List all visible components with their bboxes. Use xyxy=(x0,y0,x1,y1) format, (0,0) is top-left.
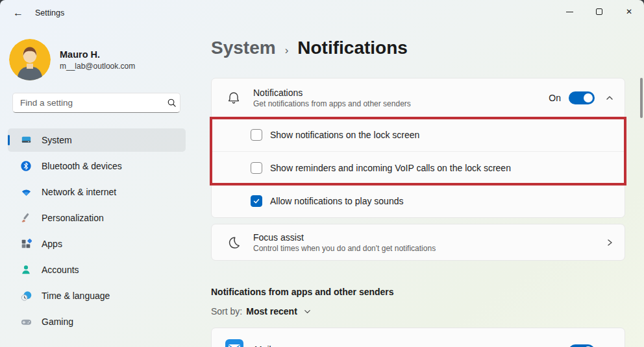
lock-screen-notifications-checkbox[interactable] xyxy=(251,129,262,141)
user-email: m__lab@outlook.com xyxy=(60,62,135,71)
mail-app-name: Mail xyxy=(254,344,271,347)
chevron-up-icon[interactable] xyxy=(605,93,614,102)
apps-section-heading: Notifications from apps and other sender… xyxy=(211,287,394,297)
lock-screen-notifications-row[interactable]: Show notifications on the lock screen xyxy=(212,118,625,151)
maximize-icon xyxy=(596,8,602,15)
apps-grid-icon xyxy=(19,237,32,250)
chevron-right-icon xyxy=(605,238,614,247)
breadcrumb-system[interactable]: System xyxy=(211,38,276,58)
sidebar-item-personalization[interactable]: Personalization xyxy=(8,206,186,230)
close-icon: ✕ xyxy=(626,7,632,16)
user-name: Mauro H. xyxy=(60,49,135,60)
focus-assist-subtitle: Control times when you do and don't get … xyxy=(253,244,436,253)
minimize-icon xyxy=(566,12,573,12)
sidebar-item-accounts[interactable]: Accounts xyxy=(8,258,186,281)
sidebar-item-label: Apps xyxy=(42,239,62,249)
breadcrumb-separator-icon: › xyxy=(285,44,289,57)
sidebar-item-label: Network & internet xyxy=(42,187,116,197)
search-input[interactable] xyxy=(13,98,163,108)
back-button[interactable]: ← xyxy=(8,4,29,22)
window-title: Settings xyxy=(35,8,64,18)
scrollbar-thumb[interactable] xyxy=(640,78,643,118)
sidebar: Mauro H. m__lab@outlook.com System Blu xyxy=(0,26,195,347)
sidebar-item-apps[interactable]: Apps xyxy=(8,232,186,256)
sidebar-item-label: Time & language xyxy=(42,291,110,301)
sort-by-dropdown[interactable]: Sort by: Most recent xyxy=(211,306,312,317)
page-title: Notifications xyxy=(297,38,408,58)
close-button[interactable]: ✕ xyxy=(614,0,644,23)
sidebar-item-bluetooth[interactable]: Bluetooth & devices xyxy=(8,154,186,178)
play-sounds-checkbox[interactable] xyxy=(251,195,262,207)
mail-toggle[interactable] xyxy=(569,344,595,347)
toggle-state-label: On xyxy=(549,93,561,103)
checkbox-label: Show notifications on the lock screen xyxy=(270,130,419,140)
laptop-icon xyxy=(19,134,32,147)
chevron-down-icon xyxy=(303,307,312,316)
notifications-toggle[interactable] xyxy=(569,91,595,104)
search-icon xyxy=(163,98,180,108)
bluetooth-icon xyxy=(19,160,32,173)
sidebar-item-system[interactable]: System xyxy=(8,128,186,152)
play-sounds-row[interactable]: Allow notifications to play sounds xyxy=(212,184,625,217)
sidebar-item-label: Accounts xyxy=(42,265,79,275)
bell-icon xyxy=(226,90,242,106)
search-box[interactable] xyxy=(12,93,180,113)
focus-assist-card[interactable]: Focus assist Control times when you do a… xyxy=(211,224,625,261)
moon-icon xyxy=(226,235,242,250)
maximize-button[interactable] xyxy=(584,0,614,23)
focus-assist-title: Focus assist xyxy=(253,232,436,243)
gamepad-icon xyxy=(19,315,32,328)
wifi-icon xyxy=(19,185,32,198)
notifications-title: Notifications xyxy=(253,88,411,98)
sidebar-nav: System Bluetooth & devices Network & int… xyxy=(8,128,186,336)
highlighted-rows: Show notifications on the lock screen Sh… xyxy=(212,118,625,184)
checkbox-label: Show reminders and incoming VoIP calls o… xyxy=(270,163,511,173)
notifications-expander: Notifications Get notifications from app… xyxy=(211,78,625,218)
sidebar-item-time-language[interactable]: Time & language xyxy=(8,284,186,307)
mail-icon xyxy=(225,339,244,347)
breadcrumb: System › Notifications xyxy=(211,38,408,58)
reminders-voip-row[interactable]: Show reminders and incoming VoIP calls o… xyxy=(212,151,625,184)
sidebar-item-label: System xyxy=(42,135,72,145)
sidebar-item-gaming[interactable]: Gaming xyxy=(8,310,186,333)
toggle-knob xyxy=(584,93,593,102)
settings-window: ← Settings ✕ Mauro H. m__lab@outlook xyxy=(0,0,644,347)
person-icon xyxy=(19,263,32,276)
checkbox-label: Allow notifications to play sounds xyxy=(270,196,403,206)
back-arrow-icon: ← xyxy=(13,7,23,19)
sort-by-value: Most recent xyxy=(246,306,297,317)
notifications-subtitle: Get notifications from apps and other se… xyxy=(253,99,411,108)
reminders-voip-checkbox[interactable] xyxy=(251,162,262,174)
sidebar-item-label: Bluetooth & devices xyxy=(42,161,122,171)
avatar xyxy=(9,39,51,80)
mail-app-row[interactable]: Mail On xyxy=(211,328,625,347)
minimize-button[interactable] xyxy=(554,0,584,23)
sidebar-item-network[interactable]: Network & internet xyxy=(8,180,186,204)
user-profile[interactable]: Mauro H. m__lab@outlook.com xyxy=(9,39,135,80)
notifications-header-row[interactable]: Notifications Get notifications from app… xyxy=(212,78,625,118)
sidebar-item-label: Gaming xyxy=(42,317,73,327)
clock-icon xyxy=(19,289,32,302)
sidebar-item-label: Personalization xyxy=(42,213,104,223)
sort-by-label: Sort by: xyxy=(211,306,242,317)
main-content: System › Notifications Notifications Get… xyxy=(211,26,625,347)
titlebar: ← Settings ✕ xyxy=(0,0,644,26)
brush-icon xyxy=(19,211,32,224)
